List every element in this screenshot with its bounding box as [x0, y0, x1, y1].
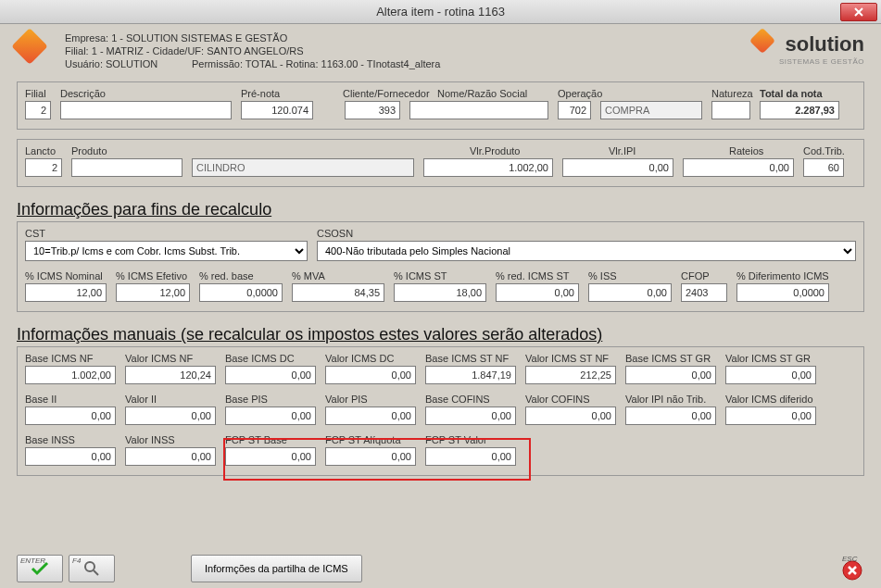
base-pis-input[interactable]	[225, 407, 316, 425]
enter-button[interactable]: ENTER	[17, 555, 63, 582]
base-icms-dc-input[interactable]	[225, 366, 316, 384]
company-line-filial: Filial: 1 - MATRIZ - Cidade/UF: SANTO AN…	[65, 44, 753, 57]
base-ii-input[interactable]	[25, 407, 116, 425]
cliente-input[interactable]	[345, 101, 400, 119]
natureza-input[interactable]	[711, 101, 750, 119]
natureza-label: Natureza	[711, 88, 750, 99]
group-recalculo: CST 10=Trib.p/ Icms e com Cobr. Icms Sub…	[17, 221, 864, 312]
search-icon	[83, 560, 100, 577]
cliente-label: Cliente/Fornecedor	[343, 88, 400, 99]
company-line-empresa: Empresa: 1 - SOLUTION SISTEMAS E GESTÃO	[65, 31, 753, 44]
partilha-button[interactable]: Informções da partilha de ICMS	[191, 555, 362, 582]
group-manual: Base ICMS NF Valor ICMS NF Base ICMS DC …	[17, 346, 864, 476]
company-line-user: Usuário: SOLUTION Permissão: TOTAL - Rot…	[65, 57, 753, 70]
nome-input[interactable]	[409, 101, 548, 119]
titlebar: Altera item - rotina 1163	[0, 0, 881, 24]
icms-st-input[interactable]	[394, 283, 486, 302]
operacao-input[interactable]	[558, 101, 591, 119]
company-info: Empresa: 1 - SOLUTION SISTEMAS E GESTÃO …	[65, 31, 753, 70]
operacao-nome-input	[600, 101, 702, 119]
prenota-label: Pré-nota	[241, 88, 313, 99]
icms-nominal-input[interactable]	[25, 283, 107, 302]
red-icms-st-input[interactable]	[496, 283, 579, 302]
operacao-label: Operação	[558, 88, 591, 99]
vlr-produto-label: Vlr.Produto	[470, 145, 553, 156]
header: Empresa: 1 - SOLUTION SISTEMAS E GESTÃO …	[0, 24, 881, 72]
prenota-input[interactable]	[241, 101, 313, 119]
fcp-st-valor-input[interactable]	[425, 447, 516, 466]
valor-icms-st-nf-input[interactable]	[525, 366, 616, 384]
f4-button[interactable]: F4	[69, 555, 115, 582]
window-title: Altera item - rotina 1163	[376, 5, 505, 19]
csosn-select[interactable]: 400-Não tributada pelo Simples Nacional	[317, 241, 856, 261]
bottom-bar: ENTER F4 Informções da partilha de ICMS …	[17, 555, 864, 582]
red-base-input[interactable]	[199, 283, 283, 302]
nome-label: Nome/Razão Social	[437, 88, 548, 99]
group-header-2: Lancto Produto Vlr.Produto Vlr.IPI Ratei…	[17, 139, 864, 187]
lancto-label: Lancto	[25, 145, 62, 156]
svg-point-0	[85, 562, 94, 571]
base-icms-st-nf-input[interactable]	[425, 366, 516, 384]
cod-trib-label: Cod.Trib.	[803, 145, 844, 156]
valor-icms-diferido-input[interactable]	[725, 407, 816, 425]
total-input	[760, 101, 839, 119]
lancto-input[interactable]	[25, 158, 62, 177]
logo-left-icon	[17, 33, 50, 67]
brand-logo: solution SISTEMAS E GESTÃO	[753, 31, 864, 66]
valor-pis-input[interactable]	[325, 407, 416, 425]
total-label: Total da nota	[760, 88, 839, 99]
base-icms-nf-input[interactable]	[25, 366, 116, 384]
svg-line-1	[94, 570, 98, 575]
cfop-input[interactable]	[681, 283, 727, 302]
filial-input[interactable]	[25, 101, 51, 119]
base-icms-st-gr-input[interactable]	[625, 366, 716, 384]
base-inss-input[interactable]	[25, 447, 116, 466]
vlr-produto-input[interactable]	[423, 158, 553, 177]
produto-desc-input	[192, 158, 414, 177]
brand-icon	[753, 31, 779, 57]
produto-cod-input[interactable]	[71, 158, 182, 177]
close-button[interactable]	[840, 3, 877, 21]
filial-label: Filial	[25, 88, 51, 99]
valor-ii-input[interactable]	[125, 407, 216, 425]
vlr-ipi-input[interactable]	[562, 158, 673, 177]
fcp-st-aliq-input[interactable]	[325, 447, 416, 466]
valor-inss-input[interactable]	[125, 447, 216, 466]
icms-efetivo-input[interactable]	[116, 283, 190, 302]
vlr-ipi-label: Vlr.IPI	[609, 145, 673, 156]
cod-trib-input[interactable]	[803, 158, 844, 177]
cst-select[interactable]: 10=Trib.p/ Icms e com Cobr. Icms Subst. …	[25, 241, 308, 261]
valor-ipi-nao-trib-input[interactable]	[625, 407, 716, 425]
fcp-st-base-input[interactable]	[225, 447, 316, 466]
valor-icms-dc-input[interactable]	[325, 366, 416, 384]
esc-button[interactable]: ESC	[840, 557, 864, 581]
rateios-label: Rateios	[729, 145, 794, 156]
group-header-1: Filial Descrição Pré-nota Cliente/Fornec…	[17, 81, 864, 130]
section-recalculo-title: Informações para fins de recalculo	[17, 200, 864, 219]
rateios-input[interactable]	[683, 158, 794, 177]
produto-label: Produto	[71, 145, 182, 156]
dif-icms-input[interactable]	[736, 283, 829, 302]
valor-cofins-input[interactable]	[525, 407, 616, 425]
csosn-label: CSOSN	[317, 228, 856, 239]
base-cofins-input[interactable]	[425, 407, 516, 425]
descricao-label: Descrição	[60, 88, 232, 99]
valor-icms-st-gr-input[interactable]	[725, 366, 816, 384]
valor-icms-nf-input[interactable]	[125, 366, 216, 384]
mva-input[interactable]	[292, 283, 384, 302]
brand-tagline: SISTEMAS E GESTÃO	[753, 57, 864, 66]
cst-label: CST	[25, 228, 308, 239]
section-manual-title: Informações manuais (se recalcular os im…	[17, 325, 864, 344]
descricao-input[interactable]	[60, 101, 232, 119]
iss-input[interactable]	[588, 283, 672, 302]
